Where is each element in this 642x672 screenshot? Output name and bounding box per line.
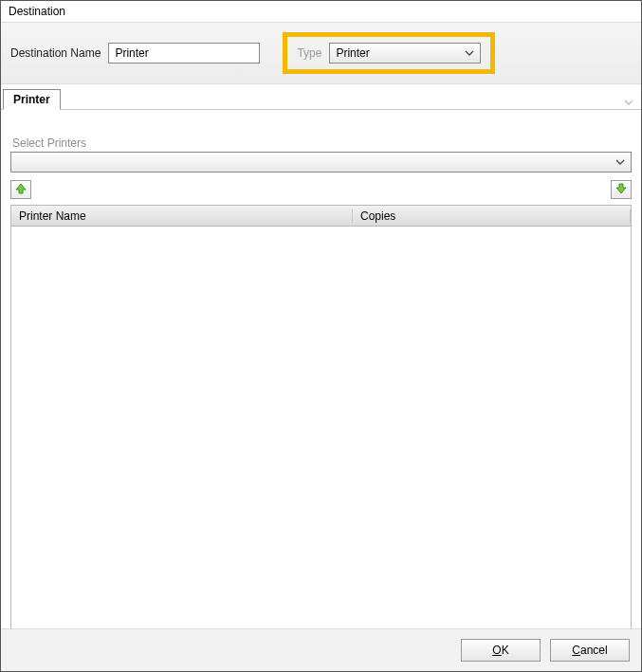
- header-row: Destination Name Type Printer: [1, 22, 641, 84]
- move-up-button[interactable]: [10, 180, 31, 199]
- tabstrip-expand-icon[interactable]: [618, 96, 639, 109]
- type-select[interactable]: Printer: [329, 43, 481, 64]
- destination-dialog: Destination Destination Name Type Printe…: [0, 0, 642, 672]
- tabstrip: Printer: [1, 88, 641, 110]
- reorder-row: [10, 180, 632, 199]
- chevron-down-icon: [465, 50, 474, 56]
- arrow-down-icon: [615, 183, 627, 197]
- type-group-highlight: Type Printer: [283, 32, 495, 74]
- tab-printer[interactable]: Printer: [3, 89, 61, 110]
- destination-name-input[interactable]: [108, 43, 260, 64]
- tab-content: Select Printers: [1, 110, 641, 641]
- type-label: Type: [297, 46, 321, 60]
- dialog-footer: OK Cancel: [1, 628, 641, 671]
- printers-grid: Printer Name Copies: [10, 205, 632, 631]
- arrow-up-icon: [15, 183, 27, 197]
- chevron-down-icon: [615, 159, 625, 165]
- column-copies[interactable]: Copies: [353, 209, 631, 223]
- select-printers-dropdown[interactable]: [10, 152, 632, 173]
- column-printer-name[interactable]: Printer Name: [11, 209, 353, 223]
- cancel-button[interactable]: Cancel: [550, 639, 630, 662]
- ok-button[interactable]: OK: [461, 639, 541, 662]
- destination-name-label: Destination Name: [10, 46, 101, 60]
- ok-button-label: OK: [492, 644, 508, 657]
- window-title: Destination: [1, 1, 641, 22]
- move-down-button[interactable]: [611, 180, 632, 199]
- grid-header: Printer Name Copies: [11, 206, 631, 227]
- type-select-value: Printer: [336, 46, 369, 60]
- select-printers-label: Select Printers: [12, 136, 632, 150]
- cancel-button-label: Cancel: [572, 644, 607, 657]
